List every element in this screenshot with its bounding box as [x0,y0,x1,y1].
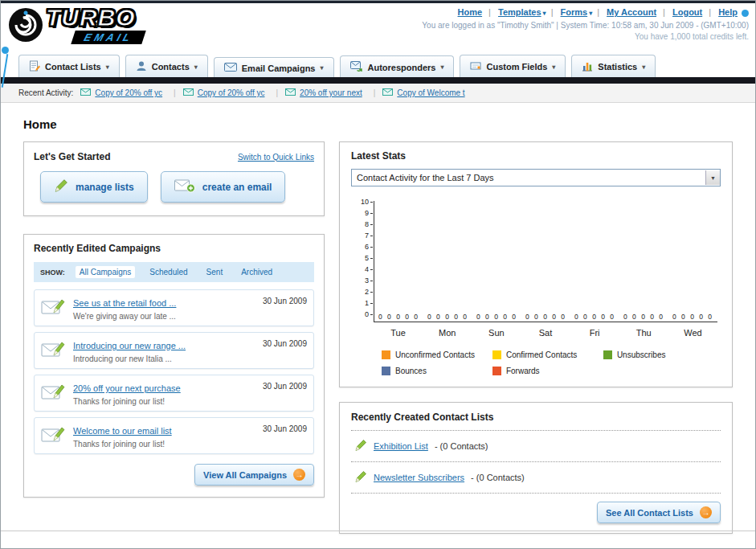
contact-lists-icon [29,60,40,73]
logo-title: TURBO [46,4,136,31]
tab-contact-lists[interactable]: Contact Lists ▾ [18,55,120,77]
x-tick-label: Fri [570,322,619,338]
switch-to-quick-links[interactable]: Switch to Quick Links [238,153,314,162]
y-tick-label: 7 [365,231,373,240]
y-tick-label: 9 [365,209,373,217]
y-tick-label: 10 [361,198,373,206]
stats-period-select[interactable]: Contact Activity for the Last 7 Days ▼ [351,169,721,186]
tab-autoresponders[interactable]: Autoresponders ▾ [340,55,455,77]
bar-group: 0 0 0 0 0 [619,201,668,322]
create-email-button[interactable]: create an email [161,171,286,203]
recent-activity-item[interactable]: 20% off your next [285,88,375,97]
bar-group: 0 0 0 0 0 [423,201,472,322]
see-all-contact-lists-button[interactable]: See All Contact Lists → [597,502,721,523]
legend-item: Forwards [492,367,603,375]
campaign-title-link[interactable]: Introducing our new range ... [73,341,186,350]
chevron-down-icon: ▾ [320,64,323,72]
header-link-home[interactable]: Home [458,7,483,17]
tab-contacts[interactable]: Contacts ▾ [125,55,208,77]
campaign-subtitle: Thanks for joining our list! [73,440,256,449]
tab-email-campaigns[interactable]: Email Campaigns ▾ [214,57,334,77]
header-link-my-account[interactable]: My Account [607,7,656,17]
latest-stats-panel: Latest Stats Contact Activity for the La… [339,141,733,387]
envelope-plus-icon [174,178,195,195]
campaign-row: Introducing our new range ... Introducin… [34,332,314,369]
get-started-panel: Let's Get Started Switch to Quick Links … [23,141,325,216]
campaign-subtitle: Thanks for joining our list! [73,397,256,406]
y-tick-label: 8 [365,220,373,228]
view-all-campaigns-button[interactable]: View All Campaigns → [194,464,314,485]
y-tick-label: 2 [365,288,373,296]
contact-list-link[interactable]: Newsletter Subscribers [374,473,464,482]
filter-sent[interactable]: Sent [202,266,227,278]
chevron-down-icon: ▾ [543,10,546,17]
header-link-logout[interactable]: Logout [672,7,702,17]
arrow-right-icon: → [293,469,305,481]
autoresponders-icon [350,61,363,73]
stats-panel-title: Latest Stats [351,150,721,162]
recent-activity-label: Recent Activity: [18,88,73,97]
contact-list-count: - (0 Contacts) [471,473,525,482]
chevron-down-icon: ▾ [589,10,592,17]
envelope-icon [382,88,393,97]
turbo-swirl-icon [7,6,44,47]
legend-item: Confirmed Contacts [492,350,603,359]
manage-lists-button[interactable]: manage lists [40,171,148,203]
header-link-forms[interactable]: Forms [561,7,588,17]
footer-divider [1,531,755,531]
email-campaigns-icon [224,63,237,73]
campaign-filter-bar: SHOW: All Campaigns Scheduled Sent Archi… [34,262,314,282]
y-tick-label: 5 [365,254,373,262]
chart-legend: Unconfirmed Contacts Confirmed Contacts … [382,350,717,375]
header-link-help[interactable]: Help [718,7,738,17]
contacts-icon [136,60,147,73]
tab-statistics[interactable]: Statistics ▾ [571,55,656,77]
recent-activity-item[interactable]: Copy of 20% off yc [183,88,278,97]
campaign-subtitle: Introducing our new Italia ... [73,354,256,363]
campaign-row: Welcome to our email list Thanks for joi… [34,417,314,454]
envelope-icon [80,88,91,97]
header-nav-links: Home Templates▾ Forms▾ My Account Logout… [422,7,749,17]
email-edit-icon [41,380,67,406]
chevron-down-icon: ▾ [106,64,109,71]
chart-plot-area: 0 0 0 0 0 0 0 0 0 0 0 0 0 0 0 0 0 0 0 0 … [374,201,717,322]
custom-fields-icon [470,60,481,73]
x-tick-label: Thu [619,322,668,338]
bar-group: 0 0 0 0 0 [472,201,521,322]
recent-activity-item[interactable]: Copy of 20% off yc [80,88,175,97]
campaign-title-link[interactable]: 20% off your next purchase [73,383,181,393]
filter-scheduled[interactable]: Scheduled [145,266,191,278]
bar-value-labels: 0 0 0 0 0 [574,313,615,322]
campaign-title-link[interactable]: Welcome to our email list [73,426,172,436]
contact-list-count: - (0 Contacts) [435,441,488,451]
envelope-icon [183,88,194,97]
campaign-date: 30 Jun 2009 [263,338,307,363]
contact-activity-chart: 10 9 8 7 6 5 4 3 2 1 0 [351,201,721,375]
x-tick-label: Mon [423,322,472,338]
nav-underline-bar [1,77,755,84]
legend-item: Unconfirmed Contacts [382,350,492,359]
x-tick-label: Wed [668,322,717,338]
campaigns-panel-title: Recently Edited Campaigns [34,243,314,254]
header-link-templates[interactable]: Templates [498,7,541,17]
filter-all-campaigns[interactable]: All Campaigns [76,266,135,278]
get-started-title: Let's Get Started [34,151,111,162]
logo-subtitle: EMAIL [71,31,146,44]
filter-archived[interactable]: Archived [237,266,276,278]
chevron-down-icon: ▾ [194,64,198,71]
pencil-icon [354,439,367,453]
recent-activity-item[interactable]: Copy of Welcome t [382,88,464,97]
contact-list-row: Exhibition List - (0 Contacts) [351,431,721,462]
bar-value-labels: 0 0 0 0 0 [378,313,419,322]
main-navigation: Contact Lists ▾ Contacts ▾ Email Campaig… [1,53,755,77]
email-edit-icon [41,295,67,321]
campaign-list: See us at the retail food ... We're givi… [34,289,314,454]
contact-list-link[interactable]: Exhibition List [374,441,428,451]
bar-group: 0 0 0 0 0 [374,201,423,322]
campaign-title-link[interactable]: See us at the retail food ... [73,298,176,308]
campaign-subtitle: We're giving away our late ... [73,312,256,321]
campaign-row: 20% off your next purchase Thanks for jo… [34,375,314,412]
show-label: SHOW: [40,268,65,277]
tab-custom-fields[interactable]: Custom Fields ▾ [460,55,566,77]
main-content: Home Let's Get Started Switch to Quick L… [1,103,755,534]
